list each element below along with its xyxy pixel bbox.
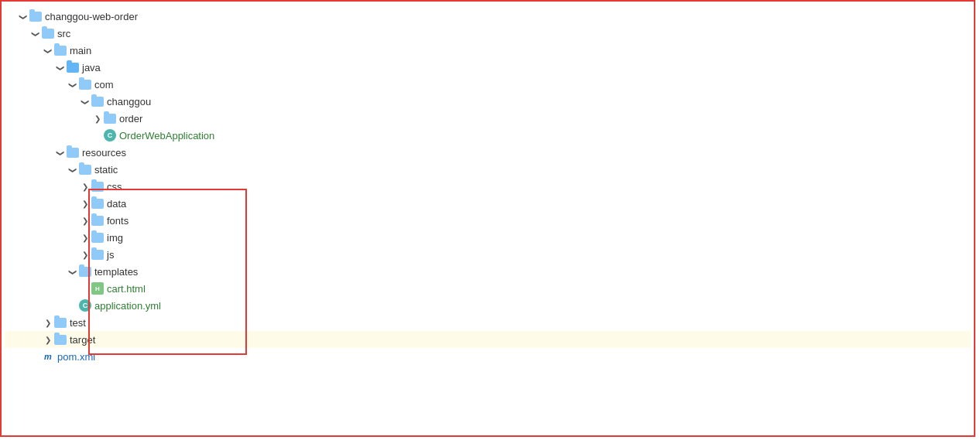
node-label-data: data [107,198,126,210]
chevron-java[interactable] [54,63,67,72]
tree-node-com[interactable]: com [5,76,971,93]
node-label-static: static [94,164,118,176]
tree-node-java[interactable]: java [5,59,971,76]
chevron-resources[interactable] [54,148,67,157]
tree-node-css[interactable]: css [5,178,971,195]
spring-file-icon: C [104,129,116,142]
tree-node-img[interactable]: img [5,229,971,246]
folder-icon-resources [67,148,79,158]
chevron-data[interactable] [79,200,91,208]
node-label-pomxml: pom.xml [57,351,95,363]
folder-icon-css [91,182,104,192]
folder-icon-main [54,46,67,56]
node-label-src: src [57,28,70,39]
tree-node-js[interactable]: js [5,246,971,263]
folder-icon-img [91,233,104,243]
folder-icon-src [42,29,54,39]
tree-node-changgou[interactable]: changgou [5,93,971,110]
chevron-src[interactable] [29,29,42,38]
node-label-img: img [107,232,123,244]
node-label-root: changgou-web-order [45,11,138,22]
folder-icon-java [67,63,79,73]
tree-node-target[interactable]: target [5,331,971,348]
chevron-com[interactable] [67,80,79,89]
tree-node-static[interactable]: static [5,161,971,178]
chevron-img[interactable] [79,234,91,242]
node-label-test: test [70,317,86,329]
chevron-static[interactable] [67,165,79,174]
node-label-resources: resources [82,147,126,159]
node-label-main: main [70,45,91,56]
tree-node-templates[interactable]: templates [5,263,971,280]
folder-icon-fonts [91,216,104,226]
tree-node-order[interactable]: order [5,110,971,127]
node-label-orderwebapp: OrderWebApplication [119,130,214,142]
folder-icon-test [54,318,67,328]
tree-node-orderwebapp[interactable]: C OrderWebApplication [5,127,971,144]
node-label-order: order [119,113,142,124]
folder-icon-changgou [91,97,104,107]
folder-icon-root [29,12,42,22]
chevron-js[interactable] [79,251,91,259]
file-tree: changgou-web-order src main java com cha… [0,0,975,437]
node-label-carthtml: cart.html [107,283,146,295]
chevron-test[interactable] [42,319,54,327]
node-label-appyml: application.yml [94,300,161,312]
folder-icon-order [104,114,116,124]
node-label-fonts: fonts [107,215,128,227]
tree-node-appyml[interactable]: C application.yml [5,297,971,314]
tree-node-pomxml[interactable]: m pom.xml [5,348,971,365]
chevron-root[interactable] [17,12,29,21]
folder-icon-js [91,250,104,260]
folder-icon-static [79,165,91,175]
pom-file-icon: m [42,350,54,363]
node-label-js: js [107,249,114,261]
node-label-templates: templates [94,266,138,278]
tree-node-src[interactable]: src [5,25,971,42]
chevron-fonts[interactable] [79,217,91,225]
yml-file-icon: C [79,299,91,312]
node-label-com: com [94,79,114,90]
tree-node-test[interactable]: test [5,314,971,331]
tree-node-carthtml[interactable]: H cart.html [5,280,971,297]
node-label-java: java [82,62,101,73]
chevron-target[interactable] [42,336,54,344]
folder-icon-data [91,199,104,209]
tree-node-resources[interactable]: resources [5,144,971,161]
node-label-changgou: changgou [107,96,151,107]
tree-node-data[interactable]: data [5,195,971,212]
folder-icon-target [54,335,67,345]
tree-node-fonts[interactable]: fonts [5,212,971,229]
chevron-css[interactable] [79,182,91,191]
tree-node-main[interactable]: main [5,42,971,59]
node-label-css: css [107,181,122,193]
folder-icon-com [79,80,91,90]
chevron-changgou[interactable] [79,97,91,106]
tree-node-root[interactable]: changgou-web-order [5,8,971,25]
folder-icon-templates [79,267,91,277]
chevron-order[interactable] [91,114,104,123]
node-label-target: target [70,334,95,346]
html-file-icon: H [91,282,104,295]
chevron-main[interactable] [42,46,54,55]
chevron-templates[interactable] [67,268,79,276]
